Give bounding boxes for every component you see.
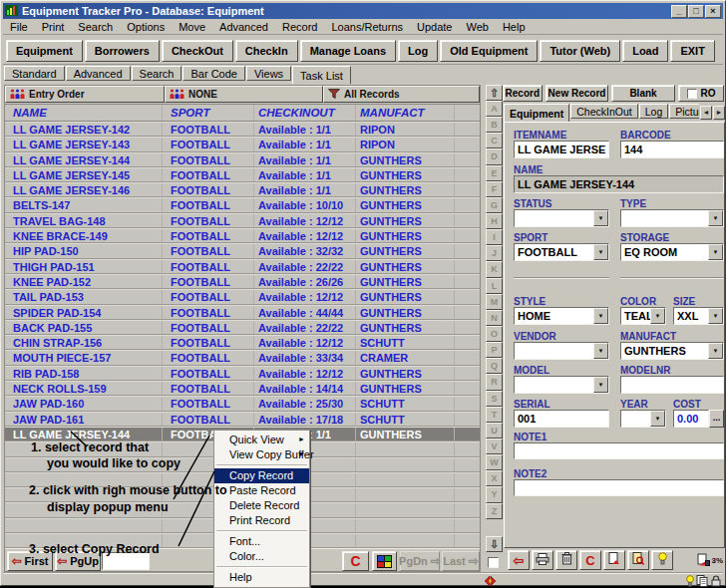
table-row[interactable]: LL GAME JERSEY-143FOOTBALLAvailable : 1/…	[5, 137, 480, 151]
alphabet-button-b[interactable]: B	[486, 117, 503, 133]
table-row[interactable]: NECK ROLLS-159FOOTBALLAvailable : 14/14G…	[5, 381, 480, 396]
vendor-dropdown[interactable]: ▼	[514, 342, 609, 360]
alphabet-button-n[interactable]: N	[486, 310, 503, 326]
table-row[interactable]: HIP PAD-150FOOTBALLAvailable : 32/32GUNT…	[5, 243, 480, 258]
view-tab-standard[interactable]: Standard	[4, 66, 65, 81]
manufact-dropdown[interactable]: GUNTHERS ▼	[620, 342, 724, 360]
alphabet-checkbox[interactable]	[488, 557, 499, 568]
table-row[interactable]: CHIN STRAP-156FOOTBALLAvailable : 12/12S…	[5, 335, 480, 350]
column-header-sport[interactable]: SPORT	[163, 105, 254, 121]
menu-item-update[interactable]: Update	[410, 21, 459, 33]
menu-item-advanced[interactable]: Advanced	[212, 21, 275, 33]
column-header-manufact[interactable]: MANUFACT	[356, 105, 455, 121]
scroll-down-button[interactable]: ⇩	[486, 536, 503, 552]
toolbar-button-tutor-web[interactable]: Tutor (Web)	[540, 40, 620, 62]
panel-tab-equipment[interactable]: Equipment	[504, 104, 569, 122]
tabs-scroll-left-button[interactable]: ◄	[700, 106, 712, 120]
panel-tab-picture[interactable]: Picture	[669, 104, 699, 119]
context-menu-item-font[interactable]: Font...	[214, 534, 309, 549]
barcode-field[interactable]	[620, 141, 724, 158]
table-row[interactable]: JAW PAD-161FOOTBALLAvailable : 17/18SCHU…	[5, 412, 480, 427]
storage-dropdown[interactable]: EQ ROOM ▼	[620, 243, 724, 261]
records-scope-selector[interactable]: All Records	[323, 86, 480, 103]
table-row[interactable]: KNEE BRACE-149FOOTBALLAvailable : 12/12G…	[5, 228, 480, 243]
view-tab-advanced[interactable]: Advanced	[66, 66, 131, 81]
note2-field[interactable]	[514, 479, 724, 496]
dropdown-arrow-icon[interactable]: ▼	[708, 244, 723, 260]
alphabet-button-e[interactable]: E	[486, 165, 503, 181]
close-button[interactable]: ×	[705, 5, 721, 18]
alphabet-button-w[interactable]: W	[486, 454, 503, 470]
panel-tab-log[interactable]: Log	[639, 104, 669, 119]
minimize-button[interactable]: _	[671, 5, 687, 18]
alphabet-button-v[interactable]: V	[486, 439, 503, 454]
context-menu-item-paste-record[interactable]: Paste Record	[214, 483, 309, 498]
alphabet-button-m[interactable]: M	[486, 294, 503, 310]
alphabet-button-z[interactable]: Z	[486, 503, 503, 519]
menu-item-options[interactable]: Options	[120, 21, 172, 33]
type-dropdown[interactable]: ▼	[620, 209, 724, 227]
alphabet-button-s[interactable]: S	[486, 391, 503, 407]
table-row[interactable]: BELTS-147FOOTBALLAvailable : 10/10GUNTHE…	[5, 197, 480, 212]
sport-dropdown[interactable]: FOOTBALL ▼	[514, 243, 609, 261]
toolbar-button-log[interactable]: Log	[398, 40, 438, 62]
alphabet-button-c[interactable]: C	[486, 133, 503, 148]
alphabet-button-y[interactable]: Y	[486, 486, 503, 502]
table-row[interactable]: TAIL PAD-153FOOTBALLAvailable : 12/12GUN…	[5, 289, 480, 304]
toolbar-button-checkout[interactable]: CheckOut	[162, 40, 233, 62]
column-header-name[interactable]: NAME	[5, 105, 163, 121]
dropdown-arrow-icon[interactable]: ▼	[593, 308, 608, 324]
maximize-button[interactable]: □	[688, 5, 704, 18]
menu-item-search[interactable]: Search	[71, 21, 120, 33]
print-button[interactable]	[532, 550, 553, 570]
table-row[interactable]: THIGH PAD-151FOOTBALLAvailable : 22/22GU…	[5, 259, 480, 274]
toolbar-button-old-equipment[interactable]: Old Equipment	[440, 40, 538, 62]
readonly-checkbox[interactable]	[687, 89, 697, 99]
color-grid-button[interactable]	[372, 551, 397, 571]
itemname-field[interactable]	[514, 141, 609, 158]
alphabet-button-f[interactable]: F	[486, 181, 503, 197]
alphabet-button-g[interactable]: G	[486, 197, 503, 213]
table-row[interactable]: LL GAME JERSEY-144FOOTBALLAvailable : 1/…	[5, 152, 480, 167]
dropdown-arrow-icon[interactable]: ▼	[708, 343, 723, 359]
sort-order-selector[interactable]: Entry Order	[5, 86, 165, 103]
note1-field[interactable]	[514, 442, 724, 459]
table-row[interactable]: MOUTH PIECE-157FOOTBALLAvailable : 33/34…	[5, 350, 480, 365]
alphabet-button-u[interactable]: U	[486, 423, 503, 439]
save-record-button[interactable]: e Record	[503, 85, 543, 102]
style-dropdown[interactable]: HOME ▼	[514, 307, 609, 325]
table-row[interactable]: LL GAME JERSEY-142FOOTBALLAvailable : 1/…	[5, 122, 480, 137]
alphabet-button-j[interactable]: J	[486, 245, 503, 261]
table-row[interactable]: KNEE PAD-152FOOTBALLAvailable : 26/26GUN…	[5, 274, 480, 289]
view-tab-views[interactable]: Views	[246, 66, 291, 81]
table-row[interactable]: JAW PAD-160FOOTBALLAvailable : 25/30SCHU…	[5, 396, 480, 411]
hint-button[interactable]	[651, 550, 673, 570]
view-tab-search[interactable]: Search	[132, 66, 182, 81]
toolbar-button-checkin[interactable]: CheckIn	[235, 40, 298, 62]
back-button[interactable]: ⇦	[508, 550, 530, 570]
dropdown-arrow-icon[interactable]: ▼	[708, 308, 723, 324]
dropdown-arrow-icon[interactable]: ▼	[650, 308, 665, 324]
cost-more-button[interactable]: ...	[709, 410, 724, 428]
table-row[interactable]: TRAVEL BAG-148FOOTBALLAvailable : 12/12G…	[5, 213, 480, 228]
dropdown-arrow-icon[interactable]: ▼	[708, 210, 723, 226]
toolbar-button-borrowers[interactable]: Borrowers	[85, 40, 160, 62]
dropdown-arrow-icon[interactable]: ▼	[650, 411, 665, 427]
alphabet-button-a[interactable]: A	[486, 101, 503, 117]
year-dropdown[interactable]: ▼	[620, 410, 666, 428]
menu-item-help[interactable]: Help	[496, 21, 533, 33]
alphabet-button-l[interactable]: L	[486, 278, 503, 294]
toolbar-button-manage-loans[interactable]: Manage Loans	[300, 40, 396, 62]
table-row[interactable]: SPIDER PAD-154FOOTBALLAvailable : 44/44G…	[5, 305, 480, 320]
menu-item-loans-returns[interactable]: Loans/Returns	[324, 21, 410, 33]
menu-item-web[interactable]: Web	[459, 21, 495, 33]
alphabet-button-d[interactable]: D	[486, 148, 503, 164]
dropdown-arrow-icon[interactable]: ▼	[593, 377, 608, 393]
toolbar-button-exit[interactable]: EXIT	[670, 40, 714, 62]
context-menu-item-view-copy-buffer[interactable]: View Copy Buffer►	[214, 447, 309, 462]
menu-item-print[interactable]: Print	[35, 21, 72, 33]
pgdn-button[interactable]: PgDn ⇨	[400, 551, 440, 571]
menu-item-file[interactable]: File	[3, 21, 35, 33]
model-dropdown[interactable]: ▼	[514, 376, 609, 394]
menu-item-record[interactable]: Record	[275, 21, 324, 33]
